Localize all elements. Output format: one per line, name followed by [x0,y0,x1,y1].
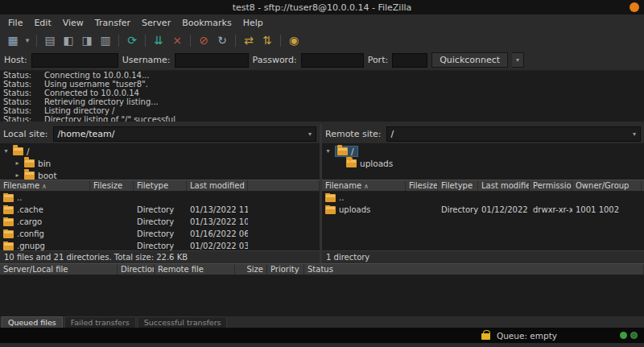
column-header-modified[interactable]: Last modified [187,180,248,191]
find-files-icon[interactable]: ◉ [285,32,303,48]
question-folder-icon: ? [346,159,357,167]
local-status-summary: 10 files and 21 directories. Total size:… [0,250,320,263]
menu-server[interactable]: Server [136,16,176,30]
column-header-filetype[interactable]: Filetype [134,180,187,191]
chevron-down-icon: ▾ [308,130,312,138]
network-activity-indicators [620,332,638,339]
remote-tree-item-uploads[interactable]: ? uploads [324,157,642,169]
local-tree: ▾ / ▸ bin ▸ boot [0,143,320,180]
remote-site-value: / [391,129,394,139]
remote-status-summary: 1 directory [322,250,644,263]
local-tree-item-boot[interactable]: ▸ boot [2,169,317,180]
column-header-filler [248,180,320,191]
remote-pane: Remote site: / ▾ ▾ / [322,124,644,263]
collapse-icon[interactable]: ▾ [2,147,10,155]
selected-tree-item[interactable]: / [335,146,358,157]
local-site-label: Local site: [3,129,48,139]
toolbar-separator [36,35,37,47]
toolbar-separator [190,35,191,47]
column-header-filesize[interactable]: Filesize [406,180,438,191]
toolbar-separator [235,35,236,47]
remote-tree-root[interactable]: ▾ / [324,145,642,157]
reconnect-icon[interactable]: ↻ [213,32,231,48]
menu-edit[interactable]: Edit [28,16,56,30]
refresh-icon[interactable]: ⟳ [123,32,141,48]
expand-icon[interactable]: ▸ [14,159,21,167]
directory-comparison-icon[interactable]: ⇄ [240,32,258,48]
tab-successful-transfers[interactable]: Successful transfers [138,316,228,328]
column-header-size[interactable]: Size [235,264,267,275]
menu-file[interactable]: File [2,16,28,30]
host-input[interactable] [31,53,118,68]
column-header-server-local-file[interactable]: Server/Local file [0,264,118,275]
log-line: Status:Retrieving directory listing... [3,97,641,106]
toolbar-separator [118,35,119,47]
column-header-owner[interactable]: Owner/Group [572,180,642,191]
toggle-local-tree-icon[interactable]: ◧ [60,32,77,48]
folder-icon [24,159,35,167]
password-input[interactable] [301,53,364,68]
quickconnect-dropdown-icon[interactable]: ▾ [512,52,524,68]
disconnect-icon[interactable]: ⊘ [195,32,213,48]
close-button[interactable] [630,2,639,12]
folder-icon [325,206,336,214]
local-site-combo[interactable]: /home/team/ ▾ [53,126,316,142]
column-header-remote-file[interactable]: Remote file [155,264,235,275]
folder-icon [13,147,23,155]
column-header-filename[interactable]: Filename∧ [322,180,406,191]
column-header-status[interactable]: Status [304,264,644,275]
toggle-remote-tree-icon[interactable]: ◨ [78,32,96,48]
expand-icon[interactable]: ▸ [14,171,21,179]
local-pane: Local site: /home/team/ ▾ ▾ / ▸ bin [0,124,322,263]
toggle-message-log-icon[interactable]: ▤ [41,32,59,48]
queue-header: Server/Local file Direction Remote file … [0,263,644,275]
chevron-down-icon: ▾ [633,130,636,138]
menu-transfer[interactable]: Transfer [89,16,136,30]
local-tree-root[interactable]: ▾ / [2,145,317,157]
menu-help[interactable]: Help [237,16,269,30]
local-tree-item-bin[interactable]: ▸ bin [2,157,317,169]
cancel-icon[interactable]: × [168,32,186,48]
activity-led-icon [630,332,638,339]
table-row[interactable]: .gnupg Directory 01/02/2022 03:33... [0,240,320,250]
quickconnect-bar: Host: Username: Password: Port: Quickcon… [0,50,644,71]
local-file-list: .. .cache Directory 01/13/2022 11:54... … [0,192,320,250]
column-header-priority[interactable]: Priority [267,264,304,275]
remote-site-combo[interactable]: / ▾ [386,126,641,142]
titlebar: test8 - sftp://tuser8@10.0.0.14 - FileZi… [0,0,644,14]
column-header-filename[interactable]: Filename∧ [0,180,90,191]
table-row[interactable]: .cache Directory 01/13/2022 11:54... [0,204,320,216]
column-header-filetype[interactable]: Filetype [438,180,478,191]
table-row[interactable]: .. [322,192,644,204]
column-header-filesize[interactable]: Filesize [90,180,134,191]
local-list-header: Filename∧ Filesize Filetype Last modifie… [0,180,320,192]
toggle-queue-icon[interactable]: ▥ [97,32,114,48]
site-manager-icon[interactable]: ▦ [4,32,22,48]
folder-icon [3,218,14,226]
folder-icon [24,171,35,180]
table-row[interactable]: .config Directory 01/16/2022 06:02... [0,228,320,240]
username-label: Username: [122,55,171,65]
tab-failed-transfers[interactable]: Failed transfers [64,316,136,328]
site-manager-dropdown-icon[interactable]: ▾ [23,32,32,48]
folder-icon [3,242,14,250]
port-label: Port: [368,55,389,65]
synchronized-browsing-icon[interactable]: ⇅ [258,32,276,48]
collapse-icon[interactable]: ▾ [324,147,332,155]
message-log: Status:Connecting to 10.0.0.14... Status… [0,71,644,124]
column-header-modified[interactable]: Last modified [478,180,530,191]
menu-view[interactable]: View [57,16,89,30]
log-line: Status:Connected to 10.0.0.14 [3,89,641,97]
table-row[interactable]: uploads Directory 01/12/2022 08... drwxr… [322,204,644,216]
column-header-direction[interactable]: Direction [118,264,155,275]
column-header-permissions[interactable]: Permissions [530,180,572,191]
table-row[interactable]: .. [0,192,320,204]
filezilla-window: test8 - sftp://tuser8@10.0.0.14 - FileZi… [0,0,644,347]
tab-queued-files[interactable]: Queued files [2,316,63,328]
table-row[interactable]: .cargo Directory 01/13/2022 10:33... [0,216,320,228]
port-input[interactable] [392,53,427,68]
quickconnect-button[interactable]: Quickconnect [431,52,508,68]
process-queue-icon[interactable]: ⇊ [150,32,167,48]
menu-bookmarks[interactable]: Bookmarks [176,16,237,30]
username-input[interactable] [175,53,249,68]
